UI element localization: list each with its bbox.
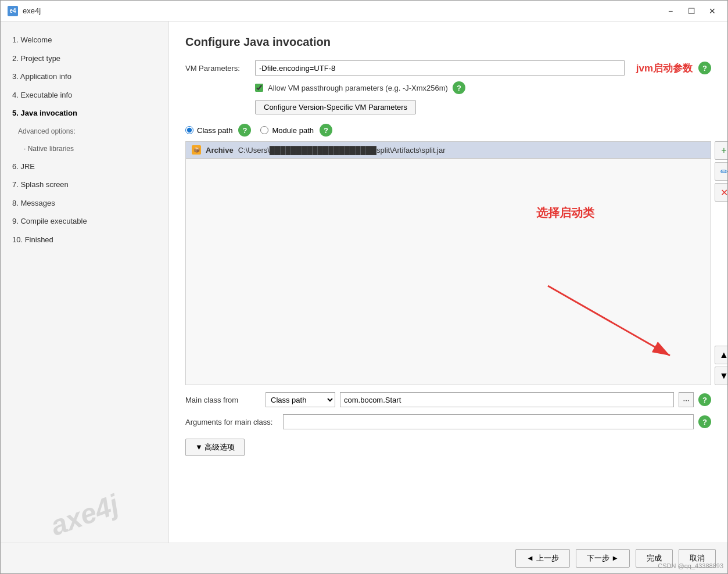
edit-classpath-button[interactable]: ✏ <box>715 162 727 181</box>
annotation-arrow-svg <box>536 274 687 367</box>
add-classpath-button[interactable]: + <box>715 141 727 160</box>
vm-params-label: VM Parameters: <box>185 64 249 73</box>
main-class-row: Main class from Class path Module path ·… <box>185 392 711 407</box>
allow-vm-checkbox[interactable] <box>255 84 263 92</box>
vm-params-input[interactable] <box>255 60 625 76</box>
sidebar-item-compile[interactable]: 9. Compile executable <box>1 212 168 231</box>
next-button[interactable]: 下一步 ► <box>576 549 630 568</box>
minimize-button[interactable]: − <box>662 5 679 17</box>
content-area: Configure Java invocation VM Parameters:… <box>169 21 727 543</box>
path-type-row: Class path ? Module path ? <box>185 124 711 137</box>
modulepath-help-button[interactable]: ? <box>320 124 332 137</box>
sidebar-item-splash[interactable]: 7. Splash screen <box>1 175 168 194</box>
classpath-toolbar: + ✏ ✕ <box>715 141 727 202</box>
main-class-dropdown[interactable]: Class path Module path <box>266 392 335 407</box>
up-down-buttons: ▲ ▼ <box>715 346 727 385</box>
prev-button[interactable]: ◄ 上一步 <box>515 549 569 568</box>
configure-vm-btn-row: Configure Version-Specific VM Parameters <box>255 100 711 114</box>
close-button[interactable]: ✕ <box>704 5 720 17</box>
window-controls: − ☐ ✕ <box>662 5 720 17</box>
advanced-options-button[interactable]: ▼ 高级选项 <box>185 439 245 456</box>
sidebar-item-finished[interactable]: 10. Finished <box>1 231 168 249</box>
svg-line-1 <box>548 286 670 356</box>
configure-vm-button[interactable]: Configure Version-Specific VM Parameters <box>255 100 416 114</box>
modulepath-radio[interactable] <box>260 126 268 134</box>
csdn-watermark: CSDN @qq_43388893 <box>658 562 723 569</box>
advanced-btn-label: ▼ 高级选项 <box>195 442 235 453</box>
classpath-help-button[interactable]: ? <box>238 124 251 137</box>
page-title: Configure Java invocation <box>185 35 711 49</box>
allow-vm-help-button[interactable]: ? <box>453 81 465 94</box>
main-class-help-button[interactable]: ? <box>698 393 711 406</box>
classpath-radio-item[interactable]: Class path ? <box>185 124 251 137</box>
maximize-button[interactable]: ☐ <box>683 5 700 17</box>
archive-icon: 📦 <box>192 145 201 155</box>
annotation-area: 选择启动类 <box>186 159 711 385</box>
vm-annotation: jvm启动参数 <box>636 62 693 75</box>
vm-params-row: VM Parameters: jvm启动参数 ? <box>185 60 711 76</box>
remove-classpath-button[interactable]: ✕ <box>715 183 727 202</box>
sidebar-item-jre[interactable]: 6. JRE <box>1 157 168 176</box>
vm-params-help-button[interactable]: ? <box>698 62 711 74</box>
sidebar-item-messages[interactable]: 8. Messages <box>1 194 168 213</box>
sidebar-item-project-type[interactable]: 2. Project type <box>1 49 168 68</box>
sidebar: 1. Welcome 2. Project type 3. Applicatio… <box>1 21 169 543</box>
advanced-btn-row: ▼ 高级选项 <box>185 439 711 456</box>
sidebar-item-native-libs[interactable]: · Native libraries <box>1 140 168 157</box>
modulepath-radio-item[interactable]: Module path ? <box>260 124 332 137</box>
modulepath-label[interactable]: Module path <box>272 126 314 135</box>
move-up-button[interactable]: ▲ <box>715 346 727 364</box>
sidebar-item-app-info[interactable]: 3. Application info <box>1 67 168 86</box>
title-bar: e4 exe4j − ☐ ✕ <box>1 1 727 21</box>
classpath-label[interactable]: Class path <box>197 126 232 135</box>
args-input[interactable] <box>283 414 694 429</box>
footer: ◄ 上一步 下一步 ► 完成 取消 <box>1 543 727 573</box>
window-title: exe4j <box>23 6 662 15</box>
archive-path: C:\Users\████████████████████split\Artif… <box>238 146 446 155</box>
sidebar-item-welcome[interactable]: 1. Welcome <box>1 31 168 49</box>
sidebar-watermark: axe4j <box>1 471 169 543</box>
sidebar-item-exe-info[interactable]: 4. Executable info <box>1 86 168 105</box>
classpath-panel-wrapper: 📦 Archive C:\Users\████████████████████s… <box>185 141 711 385</box>
sidebar-advanced-opts-label: Advanced options: <box>1 123 168 140</box>
annotation-label: 选择启动类 <box>536 205 594 221</box>
main-class-browse-button[interactable]: ··· <box>679 392 694 407</box>
app-icon: e4 <box>8 6 18 16</box>
main-window: e4 exe4j − ☐ ✕ 1. Welcome 2. Project typ… <box>0 0 728 574</box>
classpath-panel: 📦 Archive C:\Users\████████████████████s… <box>185 141 711 385</box>
allow-vm-row: Allow VM passthrough parameters (e.g. -J… <box>255 81 711 94</box>
args-row: Arguments for main class: ? <box>185 414 711 429</box>
sidebar-item-java-inv[interactable]: 5. Java invocation <box>1 104 168 123</box>
classpath-radio[interactable] <box>185 126 193 134</box>
move-down-button[interactable]: ▼ <box>715 367 727 385</box>
args-help-button[interactable]: ? <box>698 415 711 428</box>
archive-row[interactable]: 📦 Archive C:\Users\████████████████████s… <box>186 142 711 159</box>
main-class-label: Main class from <box>185 396 261 404</box>
main-class-input[interactable] <box>340 392 674 407</box>
allow-vm-label[interactable]: Allow VM passthrough parameters (e.g. -J… <box>268 84 448 92</box>
main-content: 1. Welcome 2. Project type 3. Applicatio… <box>1 21 727 543</box>
archive-label: Archive <box>206 146 234 155</box>
args-label: Arguments for main class: <box>185 418 278 426</box>
